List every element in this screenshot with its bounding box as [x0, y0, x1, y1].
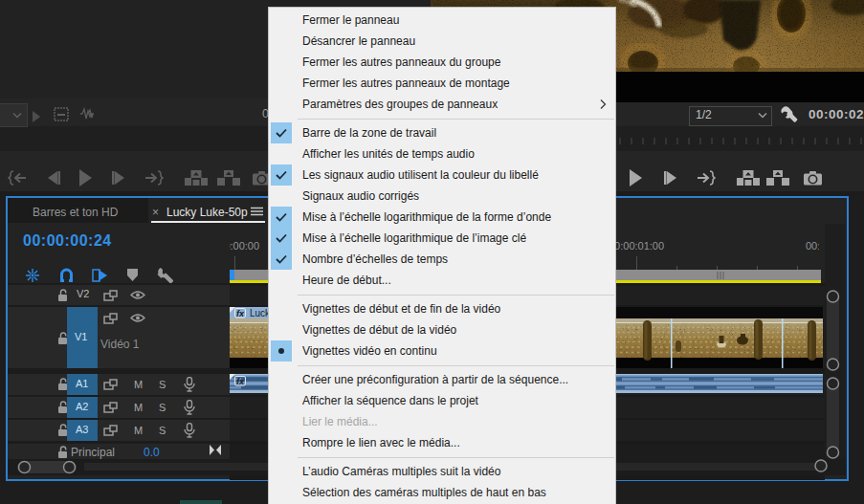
- svg-text:fx: fx: [236, 377, 245, 386]
- svg-text:fx: fx: [236, 309, 245, 318]
